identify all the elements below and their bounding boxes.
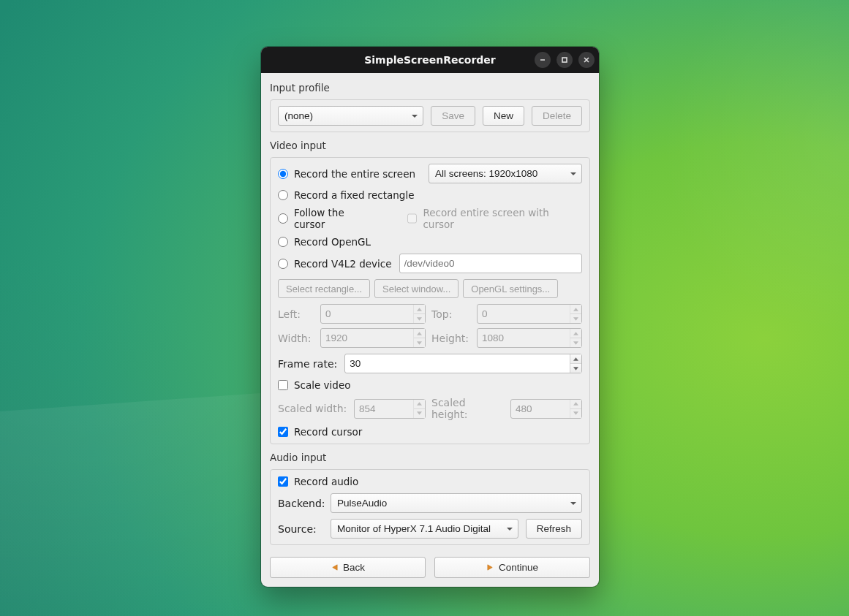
save-button[interactable]: Save	[431, 106, 475, 126]
scaled-height-label: Scaled height:	[431, 397, 505, 420]
audio-input-label: Audio input	[270, 452, 590, 463]
left-input[interactable]	[320, 304, 426, 324]
minimize-icon	[539, 56, 546, 64]
spinner-icon	[570, 400, 581, 418]
top-label: Top:	[431, 308, 471, 320]
check-record-entire-with-cursor: Record entire screen with cursor	[407, 207, 582, 230]
left-label: Left:	[278, 308, 314, 320]
window-title: SimpleScreenRecorder	[364, 54, 496, 66]
opengl-settings-button[interactable]: OpenGL settings...	[463, 279, 558, 298]
scaled-width-label: Scaled width:	[278, 403, 348, 414]
height-label: Height:	[431, 332, 471, 344]
input-profile-panel: (none) Save New Delete	[270, 99, 590, 132]
spinner-icon	[570, 305, 581, 323]
new-button[interactable]: New	[483, 106, 524, 126]
window-controls	[535, 52, 595, 68]
radio-opengl[interactable]: Record OpenGL	[278, 236, 582, 248]
profile-select[interactable]: (none)	[278, 106, 423, 126]
framerate-input[interactable]	[344, 354, 582, 373]
maximize-icon	[561, 56, 568, 64]
back-button-label: Back	[343, 562, 365, 573]
select-window-button[interactable]: Select window...	[374, 279, 459, 298]
audio-input-panel: Record audio Backend: PulseAudio Source:…	[270, 469, 590, 545]
backend-label: Backend:	[278, 498, 323, 509]
radio-opengl-label: Record OpenGL	[294, 236, 371, 248]
height-input[interactable]	[477, 328, 582, 348]
continue-button-label: Continue	[499, 562, 538, 573]
radio-entire-screen-label: Record the entire screen	[294, 168, 415, 180]
continue-button[interactable]: Continue	[434, 557, 590, 578]
record-audio-check[interactable]: Record audio	[278, 476, 582, 487]
radio-follow-cursor-label: Follow the cursor	[294, 207, 378, 230]
refresh-button[interactable]: Refresh	[526, 519, 582, 539]
spinner-icon	[570, 329, 581, 347]
screen-select[interactable]: All screens: 1920x1080	[429, 164, 582, 183]
record-cursor-label: Record cursor	[294, 426, 362, 438]
video-input-label: Video input	[270, 140, 590, 151]
v4l2-device-input[interactable]	[399, 254, 582, 273]
radio-fixed-rectangle-label: Record a fixed rectangle	[294, 189, 414, 201]
spinner-icon	[413, 329, 425, 347]
input-profile-label: Input profile	[270, 82, 590, 94]
scale-video-check[interactable]: Scale video	[278, 379, 582, 391]
source-label: Source:	[278, 523, 323, 535]
arrow-left-icon	[331, 563, 339, 571]
scale-video-label: Scale video	[294, 379, 351, 391]
spinner-icon	[570, 354, 581, 373]
maximize-button[interactable]	[556, 52, 573, 68]
app-window: SimpleScreenRecorder Input profile (none…	[261, 47, 599, 587]
width-input[interactable]	[320, 328, 426, 348]
spinner-icon	[413, 400, 425, 418]
titlebar: SimpleScreenRecorder	[261, 47, 599, 73]
radio-v4l2-label: Record V4L2 device	[294, 258, 392, 270]
radio-entire-screen[interactable]: Record the entire screen	[278, 168, 415, 180]
width-label: Width:	[278, 332, 314, 344]
record-audio-label: Record audio	[294, 476, 358, 487]
source-select[interactable]: Monitor of HyperX 7.1 Audio Digital	[331, 519, 518, 539]
back-button[interactable]: Back	[270, 557, 426, 578]
select-rectangle-button[interactable]: Select rectangle...	[278, 279, 370, 298]
close-button[interactable]	[578, 52, 595, 68]
top-input[interactable]	[477, 304, 582, 324]
check-entire-cursor-label: Record entire screen with cursor	[423, 207, 582, 230]
radio-follow-cursor[interactable]: Follow the cursor	[278, 207, 378, 230]
radio-fixed-rectangle[interactable]: Record a fixed rectangle	[278, 189, 582, 201]
video-input-panel: Record the entire screen All screens: 19…	[270, 157, 590, 444]
close-icon	[583, 56, 590, 64]
spinner-icon	[413, 305, 425, 323]
footer-buttons: Back Continue	[270, 557, 590, 578]
record-cursor-check[interactable]: Record cursor	[278, 426, 582, 438]
delete-button[interactable]: Delete	[532, 106, 582, 126]
minimize-button[interactable]	[535, 52, 551, 68]
svg-rect-1	[562, 58, 567, 62]
arrow-right-icon	[486, 563, 494, 571]
radio-v4l2[interactable]: Record V4L2 device	[278, 258, 392, 270]
framerate-label: Frame rate:	[278, 358, 337, 370]
backend-select[interactable]: PulseAudio	[331, 493, 582, 513]
